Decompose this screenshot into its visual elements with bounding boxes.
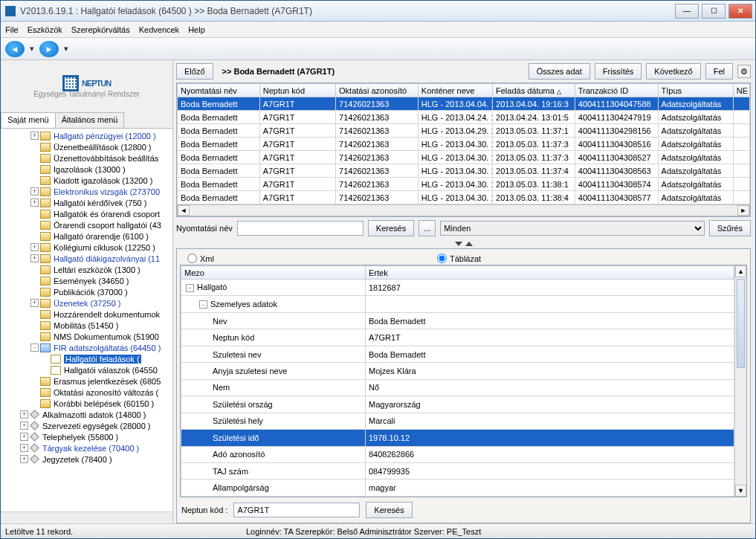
- tree-scrollbar[interactable]: [1, 511, 172, 523]
- expand-icon[interactable]: +: [20, 444, 28, 452]
- scroll-thumb[interactable]: [737, 279, 745, 368]
- table-row[interactable]: Boda BernadettA7GR1T71426021363HLG - 201…: [178, 164, 750, 178]
- table-row[interactable]: Boda BernadettA7GR1T71426021363HLG - 201…: [178, 124, 750, 138]
- col-header[interactable]: Tranzakció ID: [575, 84, 658, 97]
- refresh-button[interactable]: Frissítés: [595, 63, 642, 80]
- table-row[interactable]: Boda BernadettA7GR1T71426021363HLG - 201…: [178, 97, 750, 111]
- col-header[interactable]: NE: [733, 84, 749, 97]
- scroll-left-icon[interactable]: ◄: [178, 205, 190, 216]
- detail-row[interactable]: NemNő: [181, 379, 734, 396]
- tab-own-menu[interactable]: Saját menü: [1, 112, 56, 128]
- expand-icon[interactable]: +: [20, 422, 28, 430]
- tree-item[interactable]: +Tárgyak kezelése (70400 ): [1, 442, 172, 454]
- tree-item[interactable]: Órarendi csoport hallgatói (43: [1, 219, 172, 230]
- detail-vscrollbar[interactable]: ▲ ▼: [734, 265, 746, 497]
- up-button[interactable]: Fel: [705, 63, 733, 80]
- detail-row[interactable]: Állampolgárságmagyar: [181, 480, 734, 497]
- tree-item[interactable]: +Telephelyek (55800 ): [1, 431, 172, 442]
- close-button[interactable]: ✕: [728, 4, 752, 19]
- all-data-button[interactable]: Összes adat: [529, 63, 590, 80]
- detail-row[interactable]: TAJ szám084799935: [181, 462, 734, 479]
- detail-row[interactable]: NevBoda Bernadett: [181, 312, 734, 329]
- table-row[interactable]: Boda BernadettA7GR1T71426021363HLG - 201…: [178, 151, 750, 164]
- col-header[interactable]: Nyomtatási név: [178, 84, 260, 97]
- expand-icon[interactable]: +: [20, 433, 28, 441]
- forward-dropdown[interactable]: ▾: [62, 45, 71, 54]
- filter-input[interactable]: [237, 221, 364, 236]
- tree-item[interactable]: +Kollégiumi ciklusok (12250 ): [1, 242, 172, 253]
- tree-item[interactable]: Oktatási azonosító változás (: [1, 387, 172, 398]
- detail-row[interactable]: Anyja szuletesi neveMojzes Klára: [181, 363, 734, 379]
- table-row[interactable]: Boda BernadettA7GR1T71426021363HLG - 201…: [178, 138, 750, 151]
- maximize-button[interactable]: ☐: [702, 4, 726, 19]
- detail-row[interactable]: Születési helyMarcali: [181, 413, 734, 429]
- tree-item[interactable]: Kiadott igazolások (13200 ): [1, 175, 172, 186]
- filter-button[interactable]: Szűrés: [709, 220, 751, 236]
- grid-hscrollbar[interactable]: ◄ ►: [177, 204, 750, 216]
- tree-item[interactable]: -FIR adatszolgáltatás (64450 ): [1, 342, 172, 353]
- menu-help[interactable]: Help: [188, 25, 205, 34]
- table-row[interactable]: Boda BernadettA7GR1T71426021363HLG - 201…: [178, 178, 750, 191]
- col-header[interactable]: Konténer neve: [418, 84, 492, 97]
- splitter[interactable]: [176, 239, 751, 248]
- tree-item[interactable]: Igazolások (13000 ): [1, 164, 172, 175]
- tree-item[interactable]: Publikációk (37000 ): [1, 286, 172, 297]
- tree-item[interactable]: Hallgatói feladások (: [1, 353, 172, 364]
- expand-icon[interactable]: +: [30, 187, 39, 196]
- detail-row[interactable]: -Hallgató1812687: [181, 280, 734, 296]
- col-header[interactable]: Neptun kód: [259, 84, 335, 97]
- tree-item[interactable]: Üzenetbeállítások (12800 ): [1, 141, 172, 152]
- expand-icon[interactable]: +: [30, 243, 39, 251]
- detail-row[interactable]: Adó azonosító8408262866: [181, 446, 734, 462]
- expand-icon[interactable]: +: [30, 299, 39, 307]
- tree-item[interactable]: Hallgatói válaszok (64550: [1, 364, 172, 375]
- tree-item[interactable]: Mobilitás (51450 ): [1, 320, 172, 331]
- prev-button[interactable]: Előző: [176, 63, 213, 80]
- detail-row[interactable]: Neptun kódA7GR1T: [181, 329, 734, 346]
- expand-icon[interactable]: -: [30, 343, 39, 352]
- expand-icon[interactable]: +: [30, 199, 39, 207]
- tree-item[interactable]: Erasmus jelentkezések (6805: [1, 375, 172, 387]
- radio-table[interactable]: Táblázat: [437, 254, 481, 263]
- search-button[interactable]: Keresés: [368, 220, 414, 236]
- tree-item[interactable]: +Szervezeti egységek (28000 ): [1, 420, 172, 431]
- scroll-up-icon[interactable]: ▲: [735, 265, 746, 277]
- detail-row[interactable]: Születési idő1978.10.12: [181, 430, 734, 446]
- tree-item[interactable]: Korábbi belépések (60150 ): [1, 398, 172, 409]
- tree-item[interactable]: Események (34650 ): [1, 275, 172, 286]
- tree-item[interactable]: +Hallgató diákigazolványai (11: [1, 253, 172, 264]
- tab-general-menu[interactable]: Általános menü: [55, 112, 125, 128]
- table-row[interactable]: Boda BernadettA7GR1T71426021363HLG - 201…: [178, 111, 750, 124]
- expand-icon[interactable]: -: [186, 284, 194, 292]
- menu-favorites[interactable]: Kedvencek: [139, 25, 179, 34]
- filter-select[interactable]: Minden: [440, 221, 704, 236]
- tree-item[interactable]: Üzenettovábbítások beállítás: [1, 152, 172, 164]
- detail-row[interactable]: Szuletesi nevBoda Bernadett: [181, 346, 734, 362]
- menu-file[interactable]: File: [5, 25, 19, 34]
- tree-item[interactable]: Hallgatók és órarendi csoport: [1, 208, 172, 219]
- tree-item[interactable]: +Hallgatói kérdőívek (750 ): [1, 197, 172, 208]
- col-header[interactable]: Feladás dátuma △: [493, 84, 575, 97]
- tree-item[interactable]: NMS Dokumentumok (51900: [1, 331, 172, 342]
- tree-item[interactable]: +Üzenetek (37250 ): [1, 297, 172, 309]
- scroll-down-icon[interactable]: ▼: [735, 485, 746, 497]
- nav-tree[interactable]: +Hallgató pénzügyei (12000 )Üzenetbeállí…: [1, 129, 172, 511]
- expand-icon[interactable]: +: [20, 455, 28, 463]
- expand-icon[interactable]: +: [30, 132, 39, 140]
- forward-button[interactable]: ►: [39, 41, 59, 57]
- neptun-input[interactable]: [233, 503, 360, 517]
- detail-row[interactable]: -Szemelyes adatok: [181, 296, 734, 312]
- tree-item[interactable]: Hozzárendelt dokumentumok: [1, 309, 172, 320]
- next-button[interactable]: Következő: [646, 63, 700, 80]
- tree-item[interactable]: +Alkalmazotti adatok (14800 ): [1, 409, 172, 420]
- browse-button[interactable]: ...: [419, 220, 436, 236]
- detail-search-button[interactable]: Keresés: [366, 502, 412, 518]
- tree-item[interactable]: Hallgató órarendje (6100 ): [1, 230, 172, 242]
- back-button[interactable]: ◄: [5, 41, 25, 57]
- grid[interactable]: Nyomtatási névNeptun kódOktatási azonosí…: [176, 83, 751, 217]
- tree-item[interactable]: +Jegyzetek (78400 ): [1, 454, 172, 465]
- menu-roleswitch[interactable]: Szerepkörváltás: [71, 25, 130, 34]
- radio-xml[interactable]: Xml: [187, 254, 214, 263]
- minimize-button[interactable]: —: [675, 4, 699, 19]
- col-header[interactable]: Ertek: [366, 266, 734, 280]
